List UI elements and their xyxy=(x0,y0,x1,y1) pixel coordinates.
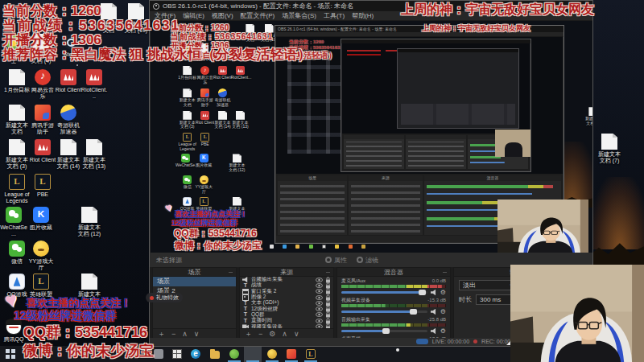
scene-down-button[interactable]: ∨ xyxy=(194,330,200,338)
source-down-button[interactable]: ∨ xyxy=(294,330,299,338)
taskbar-item[interactable] xyxy=(168,346,186,362)
streamer-webcam xyxy=(510,265,644,362)
taskbar-item[interactable] xyxy=(187,346,204,362)
taskbar-item[interactable] xyxy=(244,346,262,362)
visibility-eye-icon[interactable] xyxy=(316,312,323,317)
gift-effect-badge[interactable]: 礼物特效 xyxy=(146,293,183,302)
scenes-dock[interactable]: 场景 场景 场景 2 ＋ − ∧ ∨ xyxy=(152,267,237,339)
source-properties-gear-icon[interactable]: ⚙ xyxy=(269,330,275,338)
desktop-icon[interactable]: 微信 xyxy=(3,241,31,265)
desktop-icon[interactable]: 新建文本文档 (7) xyxy=(596,134,623,164)
desktop-icon-label: 新建文本文档 (7) xyxy=(596,151,623,164)
sources-dock[interactable]: 来源 音频输出采集 xyxy=(239,267,334,339)
mixer-channel: 麦克风/Aux 0.0 dB ⚙ xyxy=(341,278,446,298)
taskbar-item[interactable] xyxy=(225,346,243,362)
channel-gear-icon[interactable]: ⚙ xyxy=(440,290,446,296)
desktop-icon[interactable]: Riot Client xyxy=(29,139,56,163)
scene-row[interactable]: 场景 xyxy=(153,277,236,286)
taskbar-app-icon xyxy=(287,349,296,359)
menu-item[interactable]: 场景集合(S) xyxy=(282,11,316,20)
visibility-eye-icon[interactable] xyxy=(316,278,323,282)
visibility-eye-icon[interactable] xyxy=(316,289,323,294)
mini-app-icon xyxy=(236,66,245,75)
scene-up-button[interactable]: ∧ xyxy=(182,330,188,338)
desktop-icon[interactable]: 新建文本文档 xyxy=(3,105,31,135)
mini-app-icon xyxy=(183,88,192,97)
taskbar-item[interactable] xyxy=(263,346,281,362)
duration-field[interactable]: 300 ms xyxy=(476,294,511,305)
desktop-icon[interactable]: 新建文本文档 (12) xyxy=(76,207,103,237)
transition-select[interactable]: 淡出 ▾ xyxy=(459,280,517,290)
mixer-channels: 麦克风/Aux 0.0 dB ⚙ xyxy=(337,277,450,339)
desktop-icon[interactable]: 腾讯手游助手 xyxy=(29,105,56,135)
menu-item[interactable]: 帮助(H) xyxy=(352,11,374,20)
mini-app-icon xyxy=(236,111,245,120)
app-icon xyxy=(35,105,51,121)
taskbar-app-icon xyxy=(191,349,200,359)
remove-source-button[interactable]: − xyxy=(258,330,262,338)
app-icon xyxy=(60,69,76,85)
desktop-icon[interactable]: League of Legends xyxy=(3,174,31,204)
desktop-icon[interactable]: RiotClient... xyxy=(80,69,108,100)
recursive-obs-level2 xyxy=(341,39,531,172)
visibility-eye-icon[interactable] xyxy=(316,301,323,306)
desktop-icon[interactable]: 新建文本文档 (14) xyxy=(55,139,82,170)
mini-app-icon xyxy=(218,111,227,120)
mixer-channel-name: 视频采集设备 xyxy=(341,298,370,303)
desktop-icon[interactable]: PBE xyxy=(29,174,56,198)
visibility-eye-icon[interactable] xyxy=(316,283,323,288)
channel-gear-icon[interactable]: ⚙ xyxy=(440,328,446,335)
remove-scene-button[interactable]: − xyxy=(171,330,175,338)
volume-fader[interactable] xyxy=(341,311,427,313)
taskbar-app-icon xyxy=(267,349,277,359)
properties-button[interactable]: 属性 xyxy=(325,256,347,265)
desktop-icon[interactable]: WeChatSe... xyxy=(0,207,27,237)
visibility-eye-icon[interactable] xyxy=(316,295,323,300)
desktop-icon[interactable]: 新建文本文档 (13) xyxy=(80,139,108,170)
desktop-icon[interactable]: YY游戏大厅 xyxy=(27,241,55,271)
channel-gear-icon[interactable]: ⚙ xyxy=(440,309,446,315)
sources-dock-header[interactable]: 来源 xyxy=(240,268,333,277)
desktop-icon[interactable]: 图片收藏 xyxy=(27,207,55,231)
volume-fader[interactable] xyxy=(341,291,427,294)
no-source-label: 未选择源 xyxy=(156,256,182,265)
visibility-eye-icon[interactable] xyxy=(316,319,323,323)
desktop-icon-label: Riot Client xyxy=(55,87,82,93)
menu-item[interactable]: 工具(T) xyxy=(324,11,345,20)
mini-app-icon xyxy=(218,88,227,97)
speaker-icon[interactable] xyxy=(431,309,437,315)
mixer-dock[interactable]: 混音器 麦克风/Aux 0.0 dB xyxy=(336,267,451,339)
taskbar-item[interactable] xyxy=(283,346,300,362)
desktop-icon[interactable]: Riot Client xyxy=(55,69,82,93)
captured-webcam xyxy=(497,200,588,253)
desktop-icon[interactable]: 新建文本文档 (3) xyxy=(3,139,31,170)
desktop-icon[interactable]: 奇游联机加速器 xyxy=(55,105,82,135)
mini-desktop-icon: 1月份目标 xyxy=(178,66,197,80)
filters-button[interactable]: 滤镜 xyxy=(357,256,378,265)
menu-item[interactable]: 视图(V) xyxy=(212,11,233,20)
taskbar-item[interactable] xyxy=(302,346,320,362)
qq-group-line: QQ群：535441716 xyxy=(23,323,147,342)
speaker-icon[interactable] xyxy=(431,328,437,335)
app-icon xyxy=(86,139,102,155)
mini-desktop-icon: RiotClient... xyxy=(231,66,250,80)
mini-desktop-icon: PBE xyxy=(196,133,215,147)
desktop-icon[interactable]: 1月份目标 xyxy=(3,69,31,93)
app-icon xyxy=(81,274,97,290)
taskbar-item[interactable] xyxy=(2,346,19,362)
desktop-icon[interactable]: 网易云音乐 xyxy=(29,69,56,100)
mixer-channel: 视频采集设备 -15.3 dB ⚙ xyxy=(341,298,446,317)
source-up-button[interactable]: ∧ xyxy=(282,330,287,338)
live-timer: LIVE: 00:00:00 xyxy=(432,339,469,344)
menu-item[interactable]: 编辑(E) xyxy=(183,11,204,20)
mixer-dock-header[interactable]: 混音器 xyxy=(337,268,450,277)
menu-item[interactable]: 配置文件(P) xyxy=(241,11,275,20)
desktop-icon-label: 新建文本文档 (14) xyxy=(55,157,82,170)
scenes-dock-header[interactable]: 场景 xyxy=(153,268,236,277)
obs-window-title: OBS 26.1.0-rc1 (64-bit, windows) - 配置文件:… xyxy=(163,2,353,10)
taskbar-app-icon xyxy=(210,351,220,359)
speaker-icon[interactable] xyxy=(431,290,437,296)
volume-fader[interactable] xyxy=(341,330,427,332)
taskbar-item[interactable] xyxy=(206,346,224,362)
visibility-eye-icon[interactable] xyxy=(316,306,323,311)
